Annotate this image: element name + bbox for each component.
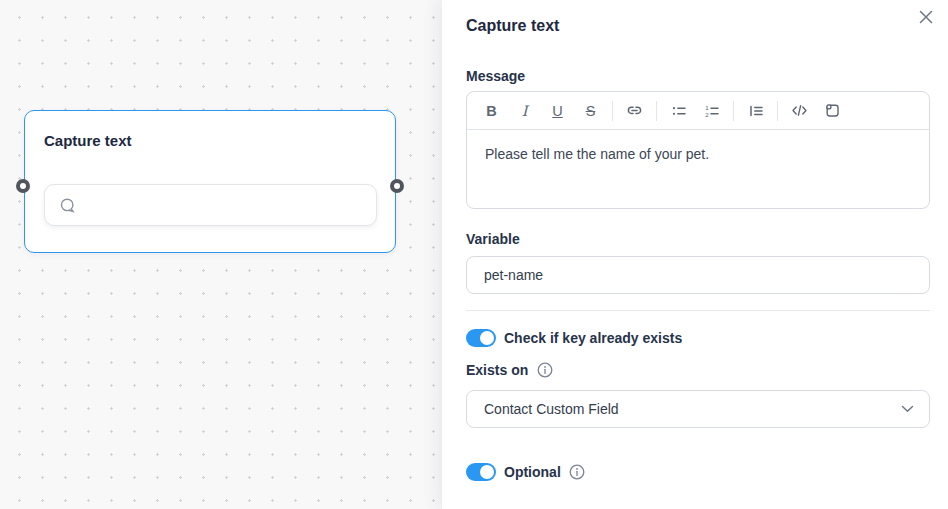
editor-toolbar: B I U S xyxy=(467,92,929,130)
connector-port-left[interactable] xyxy=(16,179,30,193)
chat-bubble-icon xyxy=(59,197,76,214)
capture-text-node[interactable]: Capture text xyxy=(24,110,396,253)
svg-text:2: 2 xyxy=(705,110,709,117)
message-text[interactable]: Please tell me the name of your pet. xyxy=(467,130,929,180)
connector-port-right[interactable] xyxy=(390,179,404,193)
check-exists-toggle[interactable] xyxy=(466,329,496,347)
ordered-list-icon: 1 2 xyxy=(704,103,720,119)
bullet-list-icon xyxy=(671,103,687,119)
link-icon xyxy=(626,102,643,119)
check-exists-label: Check if key already exists xyxy=(504,330,682,346)
info-icon[interactable] xyxy=(569,464,585,480)
node-message-preview[interactable] xyxy=(44,184,377,226)
toggle-knob xyxy=(480,331,494,345)
close-icon xyxy=(919,10,933,24)
blockquote-button[interactable] xyxy=(741,98,771,124)
info-icon[interactable] xyxy=(537,362,553,378)
code-button[interactable] xyxy=(785,98,815,124)
variable-label: Variable xyxy=(466,231,930,247)
exists-on-value: Contact Custom Field xyxy=(484,401,619,417)
node-title: Capture text xyxy=(25,111,395,149)
toolbar-separator xyxy=(733,101,734,121)
toolbar-separator xyxy=(612,101,613,121)
optional-toggle[interactable] xyxy=(466,463,496,481)
toolbar-separator xyxy=(777,101,778,121)
blockquote-icon xyxy=(748,103,764,119)
optional-label: Optional xyxy=(504,464,561,480)
message-editor: B I U S xyxy=(466,91,930,209)
section-divider xyxy=(466,310,930,311)
toolbar-separator xyxy=(656,101,657,121)
bold-button[interactable]: B xyxy=(477,98,507,124)
italic-button[interactable]: I xyxy=(510,98,540,124)
message-label: Message xyxy=(466,68,930,84)
variable-button[interactable] xyxy=(818,98,848,124)
link-button[interactable] xyxy=(620,98,650,124)
toggle-knob xyxy=(480,465,494,479)
app-window: Capture text Capture text Me xyxy=(0,0,948,509)
node-settings-panel: Capture text Message B I U S xyxy=(441,0,948,509)
underline-button[interactable]: U xyxy=(543,98,573,124)
exists-on-select[interactable]: Contact Custom Field xyxy=(466,390,930,428)
variable-icon xyxy=(824,102,841,119)
panel-title: Capture text xyxy=(466,17,930,35)
bullet-list-button[interactable] xyxy=(664,98,694,124)
ordered-list-button[interactable]: 1 2 xyxy=(697,98,727,124)
close-button[interactable] xyxy=(915,6,937,28)
chevron-down-icon xyxy=(901,405,914,413)
strikethrough-button[interactable]: S xyxy=(576,98,606,124)
variable-input[interactable] xyxy=(466,256,930,294)
code-icon xyxy=(791,102,808,119)
exists-on-label: Exists on xyxy=(466,362,528,378)
